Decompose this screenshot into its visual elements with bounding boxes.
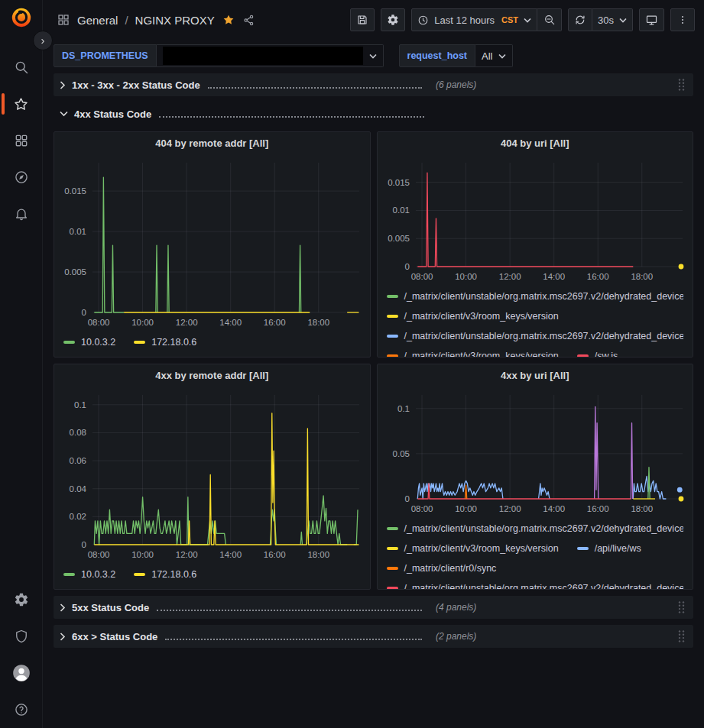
panel-title[interactable]: 404 by remote addr [All] (54, 132, 370, 154)
legend-item[interactable]: /sw.js (577, 351, 618, 357)
panel-title[interactable]: 4xx by remote addr [All] (54, 364, 370, 386)
panels-grid: 404 by remote addr [All] 00.0050.010.015… (54, 131, 693, 590)
row-drag-handle[interactable] (677, 600, 686, 614)
legend-swatch (387, 354, 398, 357)
time-range-picker[interactable]: Last 12 hours CST (411, 8, 537, 31)
series-line (94, 497, 225, 545)
chevron-down-icon (60, 111, 68, 117)
legend-item[interactable]: /_matrix/client/r0/sync (387, 563, 497, 574)
breadcrumb-section[interactable]: General (77, 14, 118, 27)
y-axis-tick-label: 0.06 (70, 456, 86, 465)
legend-item[interactable]: /_matrix/client/v3/room_keys/version (387, 543, 559, 554)
row-1xx-3xx-2xx[interactable]: 1xx - 3xx - 2xx Status Code (6 panels) (54, 73, 693, 96)
refresh-button[interactable] (568, 8, 592, 31)
explore-icon (14, 170, 29, 185)
timeseries-plot[interactable]: 00.050.108:0010:0012:0014:0016:0018:00 (381, 386, 690, 517)
sidebar-item-server-admin[interactable] (0, 618, 43, 655)
legend-item[interactable]: 10.0.3.2 (63, 569, 115, 580)
dashboard-canvas: 1xx - 3xx - 2xx Status Code (6 panels) 4… (43, 72, 704, 648)
legend-row: 10.0.3.2172.18.0.6 (63, 332, 361, 352)
kebab-menu-button[interactable] (670, 8, 695, 31)
panel-title[interactable]: 404 by uri [All] (378, 132, 693, 154)
chart-svg: 00.0050.010.01508:0010:0012:0014:0016:00… (381, 154, 690, 285)
row-4xx[interactable]: 4xx Status Code (54, 102, 693, 125)
timeseries-plot[interactable]: 00.0050.010.01508:0010:0012:0014:0016:00… (57, 154, 367, 331)
dashboard-settings-button[interactable] (381, 8, 405, 31)
panel-title[interactable]: 4xx by uri [All] (378, 364, 693, 386)
refresh-interval-picker[interactable]: 30s (592, 8, 633, 31)
sidebar-item-alerting[interactable] (0, 196, 43, 232)
series-line (647, 468, 649, 499)
series-line (307, 496, 347, 545)
sidebar-item-explore[interactable] (0, 159, 43, 196)
legend-row: /_matrix/client/unstable/org.matrix.msc2… (387, 286, 684, 306)
row-drag-handle[interactable] (677, 629, 686, 643)
legend-swatch (387, 527, 398, 530)
legend-item[interactable]: /_matrix/client/unstable/org.matrix.msc2… (387, 523, 684, 534)
datasource-variable-select[interactable] (157, 44, 384, 67)
row-drag-handle[interactable] (677, 78, 686, 92)
datasource-variable-value (163, 47, 363, 65)
grafana-logo[interactable] (10, 6, 33, 29)
row-title: 1xx - 3xx - 2xx Status Code (72, 79, 200, 91)
panel-4xx-by-remote-addr: 4xx by remote addr [All] 00.020.040.060.… (54, 364, 371, 590)
timeseries-plot[interactable]: 00.0050.010.01508:0010:0012:0014:0016:00… (381, 154, 690, 285)
x-axis-tick-label: 18:00 (307, 318, 329, 327)
sidebar-expand-button[interactable]: › (33, 31, 53, 50)
x-axis-tick-label: 18:00 (307, 550, 329, 559)
legend-item[interactable]: /_matrix/client/unstable/org.matrix.msc2… (387, 291, 684, 302)
legend-item[interactable]: /_matrix/client/unstable/org.matrix.msc2… (387, 583, 684, 589)
cycle-view-button[interactable] (639, 8, 664, 31)
share-icon[interactable] (242, 14, 255, 27)
chevron-right-icon (60, 81, 66, 89)
row-title: 5xx Status Code (72, 602, 149, 613)
legend-item[interactable]: 172.18.0.6 (134, 337, 196, 348)
panel-legend: /_matrix/client/unstable/org.matrix.msc2… (378, 285, 693, 357)
sidebar-item-search[interactable] (0, 49, 43, 86)
alerting-icon (14, 206, 29, 222)
row-5xx[interactable]: 5xx Status Code (4 panels) (54, 596, 693, 619)
y-axis-tick-label: 0.1 (74, 400, 86, 409)
series-line (299, 245, 300, 312)
legend-item[interactable]: /_matrix/client/v3/room_keys/version (387, 311, 559, 322)
legend-item[interactable]: /_matrix/client/v3/room_keys/version (387, 351, 559, 357)
panel-count: (2 panels) (436, 631, 476, 642)
legend-swatch (387, 567, 398, 570)
sidebar-item-starred[interactable] (0, 86, 43, 122)
series-line (631, 423, 632, 499)
legend-label: /_matrix/client/unstable/org.matrix.msc2… (404, 583, 684, 589)
legend-item[interactable]: 172.18.0.6 (134, 569, 196, 580)
legend-item[interactable]: /api/live/ws (577, 543, 641, 554)
legend-item[interactable]: /_matrix/client/unstable/org.matrix.msc2… (387, 331, 684, 341)
legend-swatch (387, 335, 398, 338)
save-dashboard-button[interactable] (350, 8, 375, 31)
x-axis-tick-label: 10:00 (131, 318, 154, 327)
dotted-leader (157, 603, 422, 611)
drag-handle-icon (677, 600, 686, 614)
y-axis-tick-label: 0.01 (392, 205, 409, 215)
row-6xx[interactable]: 6xx > Status Code (2 panels) (54, 625, 693, 648)
sidebar-item-profile[interactable] (0, 655, 43, 691)
legend-item[interactable]: 10.0.3.2 (63, 337, 115, 348)
zoom-out-button[interactable] (537, 8, 562, 31)
refresh-interval-label: 30s (598, 15, 614, 26)
x-axis-tick-label: 18:00 (631, 504, 653, 513)
chart-svg: 00.050.108:0010:0012:0014:0016:0018:00 (381, 386, 690, 517)
x-axis-tick-label: 12:00 (176, 550, 198, 559)
sidebar-item-configuration[interactable] (0, 581, 43, 618)
series-point (678, 264, 683, 270)
gear-icon (14, 592, 29, 607)
legend-label: 172.18.0.6 (151, 337, 196, 348)
legend-label: /_matrix/client/unstable/org.matrix.msc2… (404, 331, 684, 341)
x-axis-tick-label: 08:00 (410, 272, 433, 281)
sidebar-item-help[interactable] (0, 691, 43, 728)
star-icon[interactable] (222, 13, 235, 27)
request-host-variable-select[interactable]: All (475, 44, 513, 67)
legend-label: /_matrix/client/v3/room_keys/version (404, 543, 559, 554)
legend-row: /_matrix/client/v3/room_keys/version (387, 306, 684, 326)
sidebar-item-dashboards[interactable] (0, 122, 43, 159)
legend-label: /_matrix/client/r0/sync (404, 563, 497, 574)
time-range-label: Last 12 hours (434, 15, 495, 26)
series-line (417, 173, 633, 267)
timeseries-plot[interactable]: 00.020.040.060.080.108:0010:0012:0014:00… (57, 386, 367, 563)
